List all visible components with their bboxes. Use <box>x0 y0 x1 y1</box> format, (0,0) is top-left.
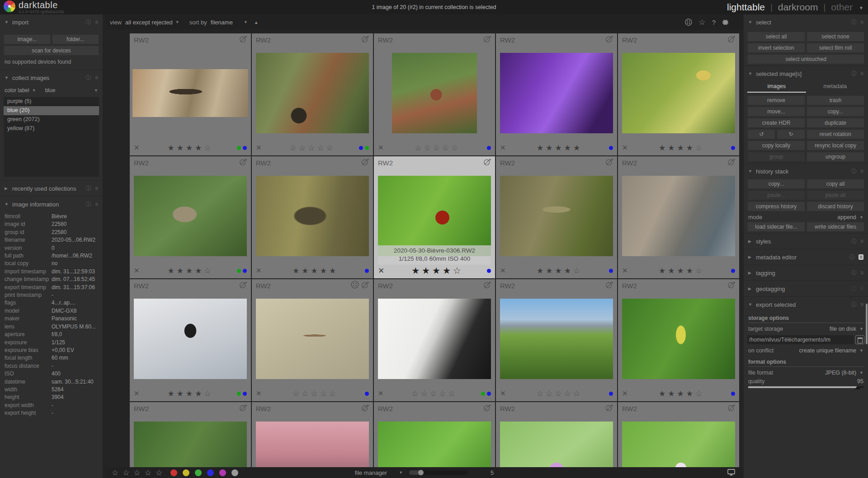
rotate-cw-button[interactable]: ↻ <box>777 129 805 139</box>
photo-thumbnail-thistle-flower[interactable] <box>500 422 613 467</box>
star-icon[interactable]: ★ <box>659 389 668 398</box>
trash-button[interactable]: trash <box>807 95 864 105</box>
altered-indicator-icon[interactable] <box>605 403 613 414</box>
star-icon[interactable]: ★ <box>177 389 186 398</box>
zoom-slider[interactable] <box>409 470 468 475</box>
reset-rotation-button[interactable]: reset rotation <box>807 129 864 139</box>
star-icon[interactable]: ☆ <box>453 266 463 276</box>
import-image-button[interactable]: image... <box>4 34 51 44</box>
photo-thumbnail-lizard-on-ground[interactable] <box>500 176 613 256</box>
color-label-button[interactable] <box>207 469 214 476</box>
write-sidecar-button[interactable]: write sidecar files <box>807 222 864 232</box>
star-icon[interactable]: ★ <box>564 267 573 275</box>
star-rating[interactable]: ★★★★☆ <box>144 143 237 153</box>
altered-indicator-icon[interactable] <box>605 281 613 291</box>
history-stack-section-header[interactable]: ▼ history stack ⓘ ≡ <box>744 164 868 178</box>
star-icon[interactable]: ☆ <box>302 389 311 398</box>
star-rating[interactable]: ★★★★☆ <box>632 389 731 398</box>
grouping-icon[interactable] <box>685 19 692 26</box>
altered-indicator-icon[interactable] <box>605 158 613 168</box>
reject-icon[interactable]: ✕ <box>378 266 388 276</box>
presets-icon[interactable]: ≡ <box>95 186 98 191</box>
star-icon[interactable]: ★ <box>668 267 677 275</box>
thumbnail-cell[interactable]: RW2✕★★★★☆ <box>618 33 739 155</box>
filter-star-icon[interactable]: ☆ <box>123 469 129 477</box>
collect-list-item[interactable]: yellow (87) <box>4 124 99 133</box>
star-rating[interactable]: ★★★★☆ <box>144 389 237 398</box>
photo-thumbnail-mountain-sunset[interactable] <box>256 422 369 467</box>
photo-thumbnail-butterfly-shrub[interactable] <box>622 53 735 133</box>
metadata-editor-section-header[interactable]: ▶ metadata editor ⓘ ≡ <box>744 250 868 264</box>
star-icon[interactable]: ★ <box>537 267 546 275</box>
thumbnail-cell[interactable]: RW2✕☆☆☆☆☆ <box>618 402 739 467</box>
reset-icon[interactable]: ⓘ <box>86 202 91 207</box>
altered-indicator-icon[interactable] <box>483 158 491 168</box>
thumbnail-cell[interactable]: RW22020-05-30-Bièvre-0306.RW21/125 f/8,0… <box>374 156 495 278</box>
star-icon[interactable]: ☆ <box>555 389 564 398</box>
reset-icon[interactable]: ⓘ <box>851 286 857 291</box>
quality-slider-knob[interactable] <box>855 385 860 389</box>
reset-icon[interactable]: ⓘ <box>86 75 91 80</box>
reject-icon[interactable]: ✕ <box>622 389 632 398</box>
select-all-button[interactable]: select all <box>747 32 805 42</box>
filter-star-icon[interactable]: ☆ <box>134 469 141 477</box>
thumbnail-cell[interactable]: RW2✕★★★★☆ <box>130 33 251 155</box>
star-icon[interactable]: ☆ <box>451 144 460 152</box>
sort-direction-icon[interactable]: ▲ <box>254 20 259 25</box>
star-icon[interactable]: ★ <box>195 267 204 275</box>
altered-indicator-icon[interactable] <box>605 35 613 45</box>
star-icon[interactable]: ☆ <box>204 389 213 398</box>
star-rating[interactable]: ★★★★★ <box>266 266 365 276</box>
altered-indicator-icon[interactable] <box>727 403 736 414</box>
display-profile-icon[interactable] <box>727 469 735 476</box>
star-icon[interactable]: ★ <box>167 389 176 398</box>
altered-indicator-icon[interactable] <box>239 35 247 45</box>
color-label-button[interactable] <box>231 469 238 476</box>
color-label-button[interactable] <box>219 469 226 476</box>
star-icon[interactable]: ★ <box>573 144 582 152</box>
compress-history-button[interactable]: compress history <box>747 202 805 211</box>
view-filter-dropdown[interactable]: all except rejected ▼ <box>125 19 179 26</box>
star-icon[interactable]: ★ <box>564 144 573 152</box>
collect-list-item[interactable]: blue (20) <box>4 106 99 115</box>
star-icon[interactable]: ★ <box>546 267 555 275</box>
presets-icon[interactable]: ≡ <box>95 202 98 207</box>
reset-icon[interactable]: ⓘ <box>851 19 857 25</box>
star-rating[interactable]: ★★★★☆ <box>510 266 609 276</box>
resync-local-copy-button[interactable]: resync local copy <box>807 141 864 150</box>
star-icon[interactable]: ☆ <box>448 389 457 398</box>
target-storage-dropdown[interactable]: file on disk ▼ <box>830 326 863 332</box>
star-icon[interactable]: ★ <box>411 266 422 276</box>
styles-section-header[interactable]: ▶ styles ⓘ ≡ <box>744 234 868 248</box>
star-rating[interactable]: ☆☆☆☆☆ <box>388 143 487 153</box>
reset-icon[interactable]: ⓘ <box>851 71 857 76</box>
star-icon[interactable]: ☆ <box>564 389 573 398</box>
reset-icon[interactable]: ⓘ <box>851 302 857 307</box>
remove-button[interactable]: remove <box>747 95 805 105</box>
star-rating[interactable]: ★★★★☆ <box>388 265 487 276</box>
star-icon[interactable]: ☆ <box>204 144 213 152</box>
star-icon[interactable]: ☆ <box>573 267 582 275</box>
create-hdr-button[interactable]: create HDR <box>747 118 805 128</box>
color-label-button[interactable] <box>183 469 189 476</box>
thumbnail-cell[interactable]: RW2✕★★★★☆ <box>130 279 251 401</box>
thumbnail-cell[interactable]: RW2✕★★★★☆ <box>496 156 617 278</box>
chevron-down-icon[interactable]: ▼ <box>94 88 98 93</box>
thumbnail-cell[interactable]: RW2✕☆☆☆☆☆ <box>496 279 617 401</box>
reset-icon[interactable]: ⓘ <box>851 239 857 244</box>
quality-slider[interactable] <box>748 386 863 388</box>
star-icon[interactable]: ★ <box>668 144 677 152</box>
select-film-roll-button[interactable]: select film roll <box>807 43 864 53</box>
sort-field-dropdown[interactable]: filename ▼ <box>211 19 248 26</box>
reject-icon[interactable]: ✕ <box>378 144 388 152</box>
star-icon[interactable]: ☆ <box>317 144 326 152</box>
reject-icon[interactable]: ✕ <box>500 144 510 152</box>
altered-indicator-icon[interactable] <box>483 35 491 45</box>
star-icon[interactable]: ☆ <box>695 267 704 275</box>
star-icon[interactable]: ★ <box>186 144 195 152</box>
star-icon[interactable]: ★ <box>443 266 453 276</box>
move-button[interactable]: move... <box>747 107 805 117</box>
reset-icon[interactable]: ⓘ <box>86 19 91 25</box>
reject-icon[interactable]: ✕ <box>500 389 510 398</box>
altered-indicator-icon[interactable] <box>361 35 369 45</box>
